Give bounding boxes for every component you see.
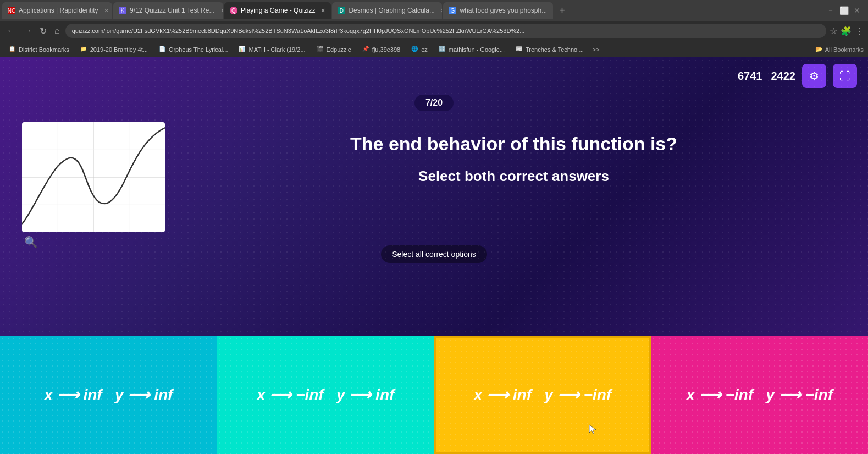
- tab3-close[interactable]: ✕: [320, 7, 325, 14]
- menu-icon[interactable]: ⋮: [855, 26, 864, 36]
- graph-container: 🔍: [22, 122, 165, 232]
- answer-text-b: x ⟶ −inf y ⟶ inf: [251, 380, 400, 409]
- bookmark-mathisfun-icon: 🔢: [439, 46, 446, 53]
- question-counter: 7/20: [414, 95, 454, 111]
- tab5-favicon: G: [449, 7, 456, 14]
- tab5-close[interactable]: ✕: [552, 7, 553, 14]
- settings-button[interactable]: ⚙: [802, 64, 826, 88]
- bookmark-orpheus-icon: 📄: [159, 46, 167, 53]
- address-input[interactable]: quizizz.com/join/game/U2FsdGVkX1%252B9me…: [65, 24, 826, 38]
- bookmark-edpuzzle-label: Edpuzzle: [327, 46, 351, 53]
- tab4-favicon: D: [338, 7, 345, 14]
- score-display: 6741 2422: [738, 70, 795, 83]
- bookmark-brantley-icon: 📁: [80, 46, 88, 53]
- answer-text-a: x ⟶ inf y ⟶ inf: [38, 380, 178, 409]
- bookmark-orpheus[interactable]: 📄 Orpheus The Lyrical...: [154, 45, 233, 54]
- tab3-favicon: Q: [230, 7, 237, 14]
- function-graph: [22, 122, 165, 232]
- bookmarks-more[interactable]: >>: [593, 46, 600, 53]
- window-maximize[interactable]: ⬜: [839, 6, 848, 15]
- reload-button[interactable]: ↻: [37, 24, 49, 39]
- new-tab-button[interactable]: +: [554, 3, 570, 18]
- bookmark-mathisfun-label: mathisfun - Google...: [449, 46, 505, 53]
- answer-card-a[interactable]: x ⟶ inf y ⟶ inf: [0, 336, 217, 454]
- options-hint: Select all correct options: [381, 245, 487, 263]
- bookmark-fju-label: fju,39e398: [372, 46, 400, 53]
- tab2-close[interactable]: ✕: [220, 7, 223, 14]
- tab1-close[interactable]: ✕: [104, 7, 109, 14]
- tab-quizizz-unit[interactable]: K 9/12 Quizizz Unit 1 Test Re... ✕: [113, 2, 223, 19]
- answer-card-d[interactable]: x ⟶ −inf y ⟶ −inf: [651, 336, 868, 454]
- bookmark-star-icon[interactable]: ☆: [830, 26, 837, 36]
- tab4-label: Desmos | Graphing Calcula...: [349, 7, 435, 14]
- tab4-close[interactable]: ✕: [440, 7, 442, 14]
- tab2-label: 9/12 Quizizz Unit 1 Test Re...: [130, 7, 215, 14]
- bookmark-math-icon: 📊: [239, 46, 246, 53]
- tab-desmos[interactable]: D Desmos | Graphing Calcula... ✕: [332, 2, 442, 19]
- bookmarks-bar: 📋 District Bookmarks 📁 2019-20 Brantley …: [0, 41, 868, 57]
- window-close[interactable]: ✕: [853, 6, 861, 15]
- tab-food[interactable]: G what food gives you phosph... ✕: [443, 2, 553, 19]
- bookmark-brantley-label: 2019-20 Brantley 4t...: [90, 46, 148, 53]
- tab-applications[interactable]: NC Applications | RapidIdentity ✕: [2, 2, 112, 19]
- bookmark-district-label: District Bookmarks: [19, 46, 69, 53]
- tab2-favicon: K: [119, 7, 126, 14]
- page-content: 6741 2422 ⚙ ⛶ 7/20: [0, 57, 868, 454]
- tab-quizizz-game[interactable]: Q Playing a Game - Quizizz ✕: [224, 2, 331, 19]
- home-button[interactable]: ⌂: [52, 24, 62, 38]
- bookmark-orpheus-label: Orpheus The Lyrical...: [169, 46, 228, 53]
- score-1: 6741: [738, 70, 762, 83]
- tab5-label: what food gives you phosph...: [460, 7, 547, 14]
- bookmark-brantley[interactable]: 📁 2019-20 Brantley 4t...: [76, 45, 152, 54]
- answer-card-c[interactable]: x ⟶ inf y ⟶ −inf: [434, 336, 651, 454]
- bookmark-ez[interactable]: 🌐 ez: [407, 45, 432, 54]
- answers-grid: x ⟶ inf y ⟶ inf x ⟶ −inf y ⟶ inf x ⟶ inf…: [0, 336, 868, 454]
- answer-card-b[interactable]: x ⟶ −inf y ⟶ inf: [217, 336, 434, 454]
- options-hint-container: Select all correct options: [0, 241, 868, 263]
- browser-chrome: NC Applications | RapidIdentity ✕ K 9/12…: [0, 0, 868, 57]
- fullscreen-button[interactable]: ⛶: [833, 64, 857, 88]
- bookmark-fju-icon: 📌: [362, 46, 370, 53]
- bookmarks-all[interactable]: 📂 All Bookmarks: [815, 46, 864, 53]
- tab1-favicon: NC: [8, 7, 15, 14]
- bookmark-trenches[interactable]: 📰 Trenches & Technol...: [511, 45, 588, 54]
- bookmark-edpuzzle-icon: 🎬: [317, 46, 324, 53]
- bookmark-ez-icon: 🌐: [411, 46, 419, 53]
- bookmark-edpuzzle[interactable]: 🎬 Edpuzzle: [312, 45, 356, 54]
- bookmark-ez-label: ez: [421, 46, 428, 53]
- answer-text-d: x ⟶ −inf y ⟶ −inf: [681, 380, 838, 409]
- address-bar: ← → ↻ ⌂ quizizz.com/join/game/U2FsdGVkX1…: [0, 21, 868, 41]
- question-text-area: The end behavior of this function is? Se…: [181, 122, 846, 185]
- bookmark-district[interactable]: 📋 District Bookmarks: [4, 45, 74, 54]
- forward-button[interactable]: →: [21, 24, 34, 38]
- bookmark-math[interactable]: 📊 MATH - Clark (19/2...: [234, 45, 309, 54]
- bookmarks-all-label: All Bookmarks: [825, 46, 864, 53]
- tab-bar: NC Applications | RapidIdentity ✕ K 9/12…: [0, 0, 868, 21]
- address-icons: ☆ 🧩 ⋮: [830, 26, 864, 36]
- bookmark-trenches-icon: 📰: [516, 46, 523, 53]
- window-controls: － ⬜ ✕: [826, 6, 866, 15]
- graph-box: [22, 122, 165, 232]
- score-2: 2422: [771, 70, 796, 83]
- tab3-label: Playing a Game - Quizizz: [241, 7, 315, 14]
- answer-text-c: x ⟶ inf y ⟶ −inf: [468, 380, 617, 409]
- bookmarks-all-icon: 📂: [815, 46, 823, 53]
- window-minimize[interactable]: －: [826, 6, 835, 15]
- bookmark-mathisfun[interactable]: 🔢 mathisfun - Google...: [434, 45, 509, 54]
- extensions-icon[interactable]: 🧩: [841, 26, 852, 36]
- question-area: 🔍 The end behavior of this function is? …: [0, 122, 868, 232]
- bookmark-fju[interactable]: 📌 fju,39e398: [358, 45, 405, 54]
- question-main-text: The end behavior of this function is?: [350, 133, 677, 155]
- bookmark-trenches-label: Trenches & Technol...: [526, 46, 584, 53]
- bookmark-math-label: MATH - Clark (19/2...: [248, 46, 305, 53]
- bookmark-district-icon: 📋: [9, 46, 16, 53]
- zoom-icon[interactable]: 🔍: [24, 236, 38, 249]
- question-sub-text: Select both correct answers: [418, 168, 609, 185]
- top-bar: 6741 2422 ⚙ ⛶: [0, 57, 868, 95]
- tab1-label: Applications | RapidIdentity: [19, 7, 98, 14]
- back-button[interactable]: ←: [4, 24, 18, 38]
